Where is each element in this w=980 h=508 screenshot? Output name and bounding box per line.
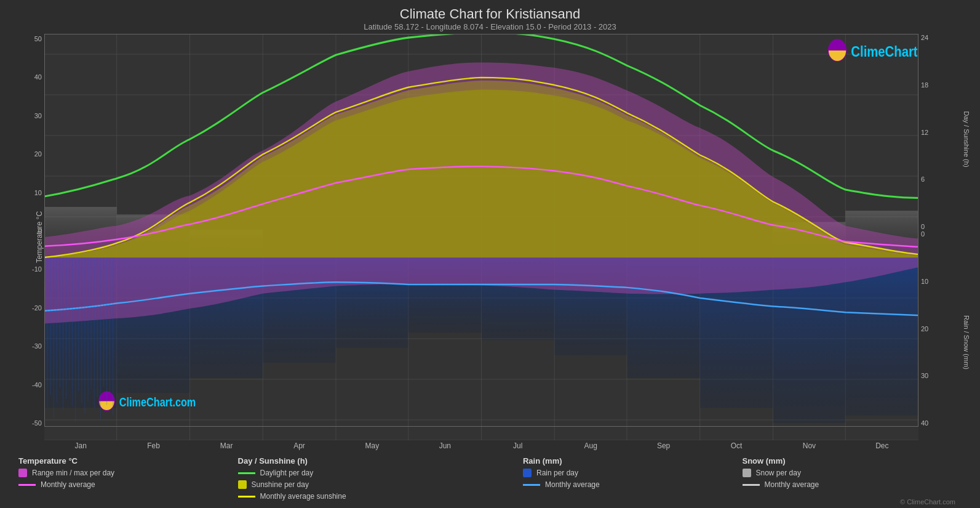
snow-swatch	[743, 469, 751, 477]
y-right-tick: 40	[921, 419, 968, 427]
header: Climate Chart for Kristiansand Latitude …	[12, 6, 968, 31]
temp-range-swatch	[18, 469, 27, 477]
chart-title: Climate Chart for Kristiansand	[12, 6, 968, 22]
x-tick-aug: Aug	[554, 441, 627, 450]
x-tick-jun: Jun	[408, 441, 481, 450]
legend-title-snow: Snow (mm)	[743, 456, 962, 466]
x-tick-oct: Oct	[700, 441, 773, 450]
legend-label-rain-bar: Rain per day	[536, 469, 578, 477]
svg-rect-35	[845, 257, 918, 416]
legend-title-rain: Rain (mm)	[523, 456, 743, 466]
legend-item-temp-avg: Monthly average	[18, 480, 238, 489]
y-right-tick: 20	[921, 325, 968, 333]
y-right-tick: 24	[921, 34, 968, 41]
y-tick: -10	[32, 265, 42, 273]
legend-label-rain-avg: Monthly average	[545, 480, 600, 489]
legend-label-sunshine-avg: Monthly average sunshine	[260, 492, 346, 501]
rain-swatch	[523, 469, 532, 477]
y-tick: -30	[32, 342, 42, 350]
y-right-tick: 0	[921, 223, 968, 230]
legend-item-daylight: Daylight per day	[238, 469, 523, 477]
y-tick: 10	[34, 189, 42, 196]
legend-item-snow-bar: Snow per day	[743, 469, 962, 477]
legend-label-temp-range: Range min / max per day	[32, 469, 114, 477]
chart-svg: ClimeChart.com ClimeChart.com	[44, 34, 918, 440]
chart-subtitle: Latitude 58.172 - Longitude 8.074 - Elev…	[12, 22, 968, 31]
x-tick-jan: Jan	[44, 441, 117, 450]
y-axis-left-label: Temperature °C	[35, 211, 44, 263]
y-tick: 50	[34, 35, 42, 42]
sunshine-swatch	[238, 480, 247, 489]
legend-item-sunshine-bar: Sunshine per day	[238, 480, 523, 489]
y-right-tick: 18	[921, 81, 968, 89]
y-tick: 30	[34, 112, 42, 119]
snow-avg-line	[743, 484, 760, 486]
legend-label-daylight: Daylight per day	[260, 469, 314, 477]
y-tick: -40	[32, 381, 42, 389]
y-right-tick: 6	[921, 175, 968, 183]
rain-avg-line	[523, 484, 540, 486]
x-tick-sep: Sep	[627, 441, 699, 450]
x-tick-nov: Nov	[773, 441, 845, 450]
svg-text:ClimeChart.com: ClimeChart.com	[851, 43, 918, 60]
x-tick-jul: Jul	[482, 441, 554, 450]
x-axis: Jan Feb Mar Apr May Jun Jul Aug Sep Oct …	[12, 441, 968, 450]
y-axis-right-bottom-label: Rain / Snow (mm)	[963, 315, 970, 369]
y-axis-right-top-label: Day / Sunshine (h)	[963, 111, 970, 167]
temp-avg-line	[18, 484, 36, 486]
x-tick-mar: Mar	[190, 441, 263, 450]
legend-item-snow-avg: Monthly average	[743, 480, 962, 489]
page: Climate Chart for Kristiansand Latitude …	[0, 0, 980, 508]
y-right-tick: 12	[921, 129, 968, 136]
sunshine-avg-line	[238, 496, 255, 498]
y-right-tick: 30	[921, 372, 968, 379]
legend-label-snow-bar: Snow per day	[756, 469, 801, 477]
x-tick-dec: Dec	[846, 441, 918, 450]
y-right-tick: 10	[921, 278, 968, 285]
legend-item-rain-avg: Monthly average	[523, 480, 743, 489]
legend-title-sunshine: Day / Sunshine (h)	[238, 456, 523, 466]
chart-plot: ClimeChart.com ClimeChart.com	[44, 34, 918, 440]
y-tick: -20	[32, 304, 42, 312]
legend-label-sunshine-bar: Sunshine per day	[252, 480, 309, 489]
legend-item-rain-bar: Rain per day	[523, 469, 743, 477]
legend-label-temp-avg: Monthly average	[41, 480, 95, 489]
y-tick: 20	[34, 150, 42, 158]
chart-area: Temperature °C 50 40 30 20 10 0 -10 -20 …	[12, 34, 968, 440]
legend-label-snow-avg: Monthly average	[765, 480, 819, 489]
x-tick-apr: Apr	[263, 441, 335, 450]
daylight-line	[238, 472, 255, 474]
legend-item-temp-range: Range min / max per day	[18, 469, 238, 477]
x-tick-feb: Feb	[117, 441, 189, 450]
y-tick: -50	[32, 419, 42, 427]
x-tick-may: May	[336, 441, 408, 450]
legend: Temperature °C Range min / max per day M…	[12, 450, 968, 502]
y-tick: 40	[34, 73, 42, 81]
legend-title-temp: Temperature °C	[18, 456, 238, 466]
copyright: © ClimeChart.com	[900, 498, 955, 506]
y-right-tick: 0	[921, 230, 968, 238]
legend-item-sunshine-avg: Monthly average sunshine	[238, 492, 523, 501]
svg-text:ClimeChart.com: ClimeChart.com	[119, 396, 196, 409]
